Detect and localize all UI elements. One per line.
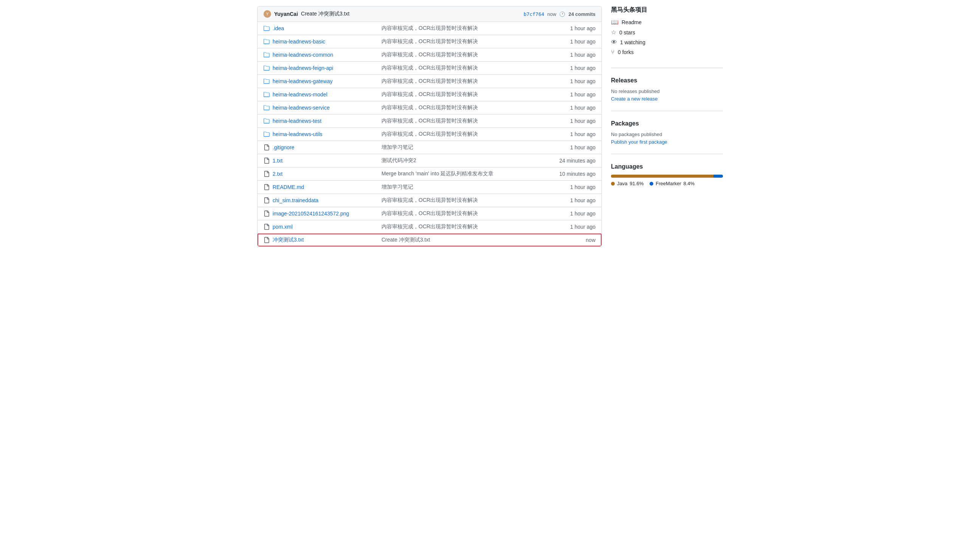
file-time: 1 hour ago (570, 210, 595, 216)
table-row[interactable]: heima-leadnews-common内容审核完成，OCR出现异暂时没有解决… (258, 48, 601, 62)
file-name[interactable]: heima-leadnews-service (273, 105, 379, 111)
table-row[interactable]: chi_sim.traineddata内容审核完成，OCR出现异暂时没有解决1 … (258, 194, 601, 207)
file-name[interactable]: heima-leadnews-test (273, 118, 379, 124)
file-name[interactable]: heima-leadnews-gateway (273, 78, 379, 84)
fork-icon: ⑂ (611, 49, 615, 56)
table-row[interactable]: heima-leadnews-gateway内容审核完成，OCR出现异暂时没有解… (258, 75, 601, 88)
watching-item[interactable]: 👁 1 watching (611, 39, 723, 46)
table-row[interactable]: .gitignore增加学习笔记1 hour ago (258, 141, 601, 154)
table-row[interactable]: 2.txtMerge branch 'main' into 延迟队列精准发布文章… (258, 167, 601, 181)
table-row[interactable]: README.md增加学习笔记1 hour ago (258, 181, 601, 194)
watching-label: 1 watching (620, 39, 645, 45)
file-time: 1 hour ago (570, 65, 595, 71)
table-row[interactable]: 冲突测试3.txtCreate 冲突测试3.txtnow (258, 234, 601, 247)
freemarker-bar (713, 175, 723, 178)
table-row[interactable]: heima-leadnews-model内容审核完成，OCR出现异暂时没有解决1… (258, 88, 601, 101)
file-icon (264, 197, 270, 204)
file-name[interactable]: 2.txt (273, 171, 379, 177)
language-bar (611, 175, 723, 178)
file-name[interactable]: .gitignore (273, 145, 379, 150)
file-name[interactable]: heima-leadnews-model (273, 91, 379, 97)
table-row[interactable]: 1.txt测试代码冲突224 minutes ago (258, 154, 601, 167)
author-name: YuyanCai (274, 11, 298, 17)
file-commit: 内容审核完成，OCR出现异暂时没有解决 (382, 38, 567, 45)
file-time: 1 hour ago (570, 184, 595, 190)
file-commit: 内容审核完成，OCR出现异暂时没有解决 (382, 210, 567, 217)
folder-icon (264, 118, 270, 124)
file-name[interactable]: chi_sim.traineddata (273, 197, 379, 204)
file-name[interactable]: .idea (273, 25, 379, 31)
file-name[interactable]: README.md (273, 184, 379, 190)
file-commit: 增加学习笔记 (382, 144, 567, 151)
file-name[interactable]: 1.txt (273, 157, 379, 164)
file-time: 1 hour ago (570, 105, 595, 111)
packages-empty: No packages published (611, 132, 723, 137)
stars-item[interactable]: ☆ 0 stars (611, 29, 723, 36)
java-bar (611, 175, 713, 178)
file-table-header: Y YuyanCai Create 冲突测试3.txt b7cf764 now … (258, 6, 601, 22)
forks-item[interactable]: ⑂ 0 forks (611, 49, 723, 56)
stars-label: 0 stars (619, 30, 635, 35)
main-content: Y YuyanCai Create 冲突测试3.txt b7cf764 now … (257, 6, 602, 247)
file-icon (264, 210, 270, 216)
java-label: Java (617, 181, 627, 186)
file-commit: 内容审核完成，OCR出现异暂时没有解决 (382, 25, 567, 32)
file-name[interactable]: heima-leadnews-basic (273, 38, 379, 45)
file-time: 1 hour ago (570, 197, 595, 204)
file-icon (264, 145, 270, 150)
table-row[interactable]: pom.xml内容审核完成，OCR出现异暂时没有解决1 hour ago (258, 220, 601, 234)
file-commit: Create 冲突测试3.txt (382, 237, 582, 243)
table-row[interactable]: heima-leadnews-test内容审核完成，OCR出现异暂时没有解决1 … (258, 115, 601, 128)
author-avatar: Y (264, 10, 271, 18)
file-time: 1 hour ago (570, 25, 595, 31)
clock-icon: 🕐 (559, 11, 565, 17)
releases-empty: No releases published (611, 89, 723, 94)
eye-icon: 👁 (611, 39, 617, 46)
file-name[interactable]: heima-leadnews-feign-api (273, 65, 379, 71)
table-row[interactable]: heima-leadnews-service内容审核完成，OCR出现异暂时没有解… (258, 101, 601, 115)
java-percent: 91.6% (630, 181, 643, 186)
file-commit: 内容审核完成，OCR出现异暂时没有解决 (382, 223, 567, 230)
project-title: 黑马头条项目 (611, 6, 723, 14)
file-time: 1 hour ago (570, 91, 595, 97)
sidebar: 黑马头条项目 📖 Readme ☆ 0 stars 👁 1 watching ⑂… (611, 6, 723, 247)
file-name[interactable]: image-20210524161243572.png (273, 210, 379, 216)
file-time: now (585, 237, 595, 243)
language-legend: Java 91.6% FreeMarker 8.4% (611, 181, 723, 186)
folder-icon (264, 52, 270, 58)
file-name[interactable]: heima-leadnews-utils (273, 131, 379, 137)
releases-title: Releases (611, 77, 723, 84)
file-time: 1 hour ago (570, 145, 595, 150)
file-time: 24 minutes ago (559, 157, 595, 164)
folder-icon (264, 91, 270, 97)
file-name[interactable]: 冲突测试3.txt (273, 237, 379, 243)
file-time: 10 minutes ago (559, 171, 595, 177)
file-icon (264, 237, 270, 243)
file-commit: 内容审核完成，OCR出现异暂时没有解决 (382, 65, 567, 72)
create-release-link[interactable]: Create a new release (611, 96, 658, 102)
table-row[interactable]: image-20210524161243572.png内容审核完成，OCR出现异… (258, 207, 601, 220)
file-commit: 增加学习笔记 (382, 184, 567, 191)
languages-title: Languages (611, 163, 723, 170)
file-table: Y YuyanCai Create 冲突测试3.txt b7cf764 now … (257, 6, 602, 247)
file-time: 1 hour ago (570, 52, 595, 58)
java-legend-item: Java 91.6% (611, 181, 643, 186)
table-row[interactable]: heima-leadnews-utils内容审核完成，OCR出现异暂时没有解决1… (258, 128, 601, 141)
file-name[interactable]: pom.xml (273, 224, 379, 230)
folder-icon (264, 78, 270, 84)
folder-icon (264, 25, 270, 31)
file-time: 1 hour ago (570, 118, 595, 124)
file-name[interactable]: heima-leadnews-common (273, 52, 379, 58)
table-row[interactable]: .idea内容审核完成，OCR出现异暂时没有解决1 hour ago (258, 22, 601, 35)
table-row[interactable]: heima-leadnews-basic内容审核完成，OCR出现异暂时没有解决1… (258, 35, 601, 48)
commits-link[interactable]: 24 commits (568, 11, 595, 17)
publish-package-link[interactable]: Publish your first package (611, 139, 667, 145)
file-commit: 内容审核完成，OCR出现异暂时没有解决 (382, 118, 567, 124)
file-commit: 内容审核完成，OCR出现异暂时没有解决 (382, 104, 567, 111)
readme-item[interactable]: 📖 Readme (611, 19, 723, 26)
commit-hash[interactable]: b7cf764 (523, 11, 544, 17)
file-icon (264, 171, 270, 177)
folder-icon (264, 65, 270, 71)
readme-label: Readme (622, 19, 642, 25)
table-row[interactable]: heima-leadnews-feign-api内容审核完成，OCR出现异暂时没… (258, 62, 601, 75)
